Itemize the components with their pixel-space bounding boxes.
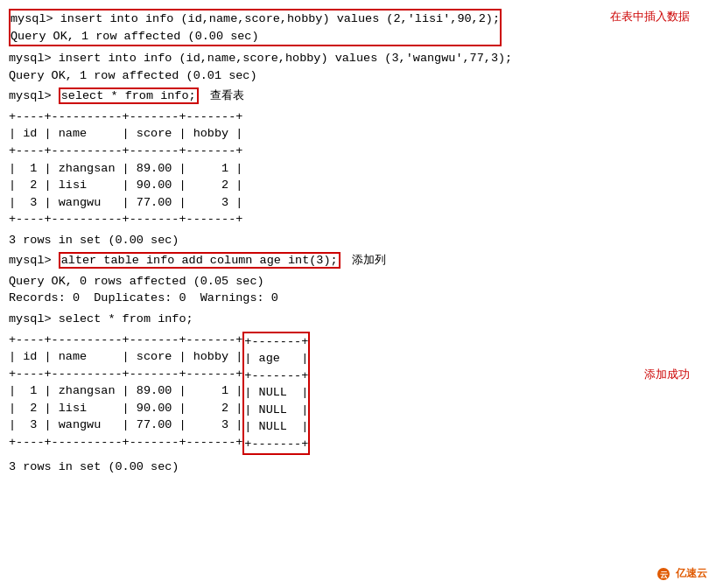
select1-prefix: mysql> — [9, 89, 59, 102]
select2-text: mysql> select * from info; — [9, 311, 707, 328]
section-select1: mysql> select * from info; 查看表 — [9, 88, 707, 105]
section-alter-result: Query OK, 0 rows affected (0.05 sec) Rec… — [9, 273, 707, 307]
svg-text:云: 云 — [660, 570, 668, 579]
annotation-insert: 在表中插入数据 — [610, 9, 690, 25]
table1-content: +----+----------+-------+-------+ | id |… — [9, 108, 707, 228]
section-rows2: 3 rows in set (0.00 sec) — [9, 458, 707, 476]
alter-cmd-box: alter table info add column age int(3); — [59, 252, 340, 269]
insert1-line1: mysql> insert into info (id,name,score,h… — [11, 10, 500, 45]
table2-right: +-------+ | age | +-------+ | NULL | | N… — [244, 333, 308, 453]
rows1-text: 3 rows in set (0.00 sec) — [9, 232, 707, 249]
table2-left: +----+----------+-------+-------+ | id |… — [9, 332, 242, 452]
alter-prefix: mysql> — [9, 254, 59, 267]
section-table1: +----+----------+-------+-------+ | id |… — [9, 108, 707, 228]
select1-cmd-box: select * from info; — [59, 88, 199, 104]
watermark-icon: 云 — [656, 567, 670, 581]
rows2-text: 3 rows in set (0.00 sec) — [9, 458, 707, 476]
table2-age-box: +-------+ | age | +-------+ | NULL | | N… — [242, 332, 310, 455]
section-table2: +----+----------+-------+-------+ | id |… — [9, 332, 707, 455]
annotation-success: 添加成功 — [644, 367, 690, 383]
section-alter: mysql> alter table info add column age i… — [9, 252, 707, 270]
section-rows1: 3 rows in set (0.00 sec) — [9, 232, 707, 249]
insert1-box: mysql> insert into info (id,name,score,h… — [9, 9, 502, 46]
watermark: 云 亿速云 — [656, 566, 707, 581]
terminal: mysql> insert into info (id,name,score,h… — [9, 9, 707, 475]
alter-result-text: Query OK, 0 rows affected (0.05 sec) Rec… — [9, 273, 707, 307]
section-insert1: mysql> insert into info (id,name,score,h… — [9, 9, 707, 46]
annotation-alter: 添加列 — [349, 253, 387, 266]
section-select2: mysql> select * from info; — [9, 311, 707, 328]
annotation-select: 查看表 — [207, 88, 245, 102]
watermark-text: 亿速云 — [676, 567, 707, 579]
main-container: mysql> insert into info (id,name,score,h… — [0, 0, 716, 588]
insert2-lines: mysql> insert into info (id,name,score,h… — [9, 50, 707, 84]
table2-wrapper: +----+----------+-------+-------+ | id |… — [9, 332, 707, 455]
section-insert2: mysql> insert into info (id,name,score,h… — [9, 50, 707, 84]
